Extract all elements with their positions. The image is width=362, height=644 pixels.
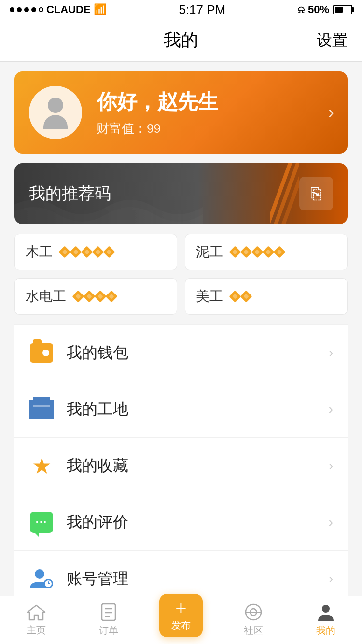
main-content: 你好，赵先生 财富值：99 › 我的推荐码 ⎘ 木工 [0, 62, 362, 644]
profile-card[interactable]: 你好，赵先生 财富值：99 › [14, 71, 348, 154]
skill-name-3: 美工 [196, 287, 223, 306]
star-icon: ★ [29, 453, 54, 478]
favorites-arrow-icon: › [329, 458, 333, 474]
wifi-icon: 📶 [94, 3, 107, 16]
community-icon [244, 603, 263, 621]
avatar-body [43, 115, 68, 129]
diamond [105, 290, 117, 302]
diamond [229, 290, 241, 302]
menu-label-account: 账号管理 [67, 568, 329, 589]
svg-point-10 [322, 605, 330, 613]
diamond [262, 246, 274, 258]
publish-button[interactable]: + 发布 [159, 594, 203, 637]
skill-rating-1 [231, 248, 284, 256]
diamond [92, 246, 104, 258]
skill-item-3[interactable]: 美工 [185, 278, 348, 315]
bluetooth-icon: ⍾ [298, 3, 304, 16]
star-symbol: ★ [32, 453, 52, 479]
profile-name: 你好，赵先生 [97, 88, 333, 115]
tab-community[interactable]: 社区 [217, 603, 290, 637]
reviews-arrow-icon: › [329, 515, 333, 530]
tab-mine[interactable]: 我的 [290, 603, 362, 637]
nav-bar: 我的 设置 [0, 19, 362, 62]
referral-label: 我的推荐码 [29, 182, 111, 205]
copy-icon-box[interactable]: ⎘ [299, 177, 333, 210]
skill-rating-2 [74, 292, 116, 301]
copy-icon: ⎘ [311, 183, 321, 204]
referral-card[interactable]: 我的推荐码 ⎘ [14, 163, 348, 224]
account-arrow-icon: › [329, 571, 333, 587]
diamond [103, 246, 115, 258]
chat-icon [29, 510, 54, 535]
svg-marker-3 [28, 605, 45, 620]
account-icon [29, 566, 54, 591]
diamond [81, 246, 93, 258]
skill-rating-3 [231, 292, 251, 301]
tab-home-label: 主页 [27, 624, 46, 637]
account-svg [29, 566, 54, 591]
avatar-person [39, 96, 72, 129]
orders-icon [100, 603, 117, 621]
avatar-head [48, 98, 63, 113]
site-arrow-icon: › [329, 402, 333, 417]
skills-grid: 木工 泥工 水电工 [14, 234, 348, 315]
skill-name-2: 水电工 [26, 287, 66, 306]
battery-percent: 50% [308, 3, 329, 16]
menu-item-site[interactable]: 我的工地 › [14, 381, 348, 438]
tab-orders-label: 订单 [99, 624, 118, 637]
menu-label-reviews: 我的评价 [67, 512, 329, 533]
menu-item-reviews[interactable]: 我的评价 › [14, 494, 348, 551]
skill-name-0: 木工 [26, 243, 53, 261]
diamond [94, 290, 106, 302]
menu-label-wallet: 我的钱包 [67, 342, 329, 364]
status-bar: CLAUDE 📶 5:17 PM ⍾ 50% [0, 0, 362, 19]
publish-plus-icon: + [175, 599, 186, 618]
page-title: 我的 [164, 28, 198, 52]
diagonal-decoration [270, 163, 299, 224]
diamond [273, 246, 285, 258]
diamond [240, 246, 252, 258]
status-time: 5:17 PM [179, 2, 225, 17]
diamond [229, 246, 241, 258]
tab-publish[interactable]: + 发布 [145, 603, 217, 637]
skill-item-1[interactable]: 泥工 [185, 234, 348, 270]
tab-publish-label: 发布 [171, 619, 191, 632]
diamond [70, 246, 82, 258]
diamond [58, 246, 70, 258]
svg-point-0 [35, 569, 44, 579]
profile-arrow-icon: › [328, 102, 334, 123]
skill-item-0[interactable]: 木工 [14, 234, 177, 270]
tab-community-label: 社区 [244, 624, 263, 637]
wallet-icon [29, 340, 54, 365]
diamond [240, 290, 252, 302]
carrier-label: CLAUDE [46, 3, 91, 16]
menu-item-favorites[interactable]: ★ 我的收藏 › [14, 438, 348, 494]
wealth-label: 财富值： [97, 121, 147, 136]
skill-rating-0 [60, 248, 113, 256]
profile-info: 你好，赵先生 财富值：99 [97, 88, 333, 137]
tab-orders[interactable]: 订单 [72, 603, 145, 637]
construction-icon [29, 397, 54, 422]
profile-wealth: 财富值：99 [97, 120, 333, 137]
skill-name-1: 泥工 [196, 243, 223, 261]
status-right: ⍾ 50% [298, 3, 352, 16]
mine-icon [317, 603, 334, 621]
diamond [251, 246, 263, 258]
tab-home[interactable]: 主页 [0, 603, 72, 637]
diamond [72, 290, 84, 302]
menu-item-wallet[interactable]: 我的钱包 › [14, 324, 348, 381]
signal-dots [10, 7, 43, 12]
settings-button[interactable]: 设置 [317, 30, 348, 51]
chat-bubble [30, 512, 53, 533]
wallet-arrow-icon: › [329, 345, 333, 361]
tab-bar: 主页 订单 + 发布 社区 我的 [0, 596, 362, 644]
wealth-value: 99 [147, 121, 161, 136]
avatar [29, 86, 82, 139]
home-icon [27, 603, 46, 621]
diamond [83, 290, 95, 302]
battery-icon [333, 5, 352, 14]
tab-mine-label: 我的 [316, 624, 335, 637]
skill-item-2[interactable]: 水电工 [14, 278, 177, 315]
status-left: CLAUDE 📶 [10, 3, 107, 16]
menu-label-favorites: 我的收藏 [67, 455, 329, 476]
